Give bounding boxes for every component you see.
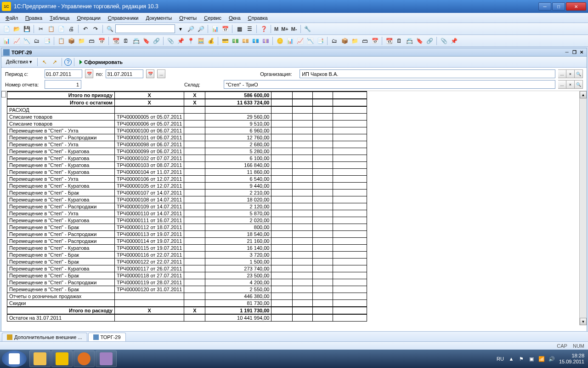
tb2-icon-4[interactable]: 📑 [42, 36, 51, 46]
tb2-icon-6[interactable]: 📦 [67, 36, 76, 46]
close-button[interactable]: ✕ [566, 2, 586, 11]
table-row[interactable]: Списание товаровТРЧ00000005 от 05.07.201… [7, 114, 367, 121]
task-explorer[interactable] [29, 351, 51, 367]
tb2-icon-33[interactable]: 🗃 [360, 36, 369, 46]
tb2-icon-14[interactable]: 🔗 [152, 36, 161, 46]
menu-справка[interactable]: Справка [244, 14, 271, 22]
org-clear-button[interactable]: × [566, 69, 575, 78]
tb2-icon-15[interactable]: 📎 [166, 36, 175, 46]
tb2-icon-23[interactable]: 💶 [251, 36, 260, 46]
table-row[interactable]: Перемещение в "Степ" - БракТРЧ00000116 о… [7, 252, 367, 259]
tb2-icon-17[interactable]: 📍 [186, 36, 195, 46]
tb2-icon-7[interactable]: 📁 [77, 36, 86, 46]
period-more-button[interactable]: ... [157, 69, 165, 78]
tb2-icon-31[interactable]: 📦 [340, 36, 349, 46]
date-from-input[interactable]: 01.07.2011 [45, 69, 82, 78]
menu-правка[interactable]: Правка [22, 14, 46, 22]
find-prev-icon[interactable]: 🔎 [196, 24, 205, 34]
tb2-icon-26[interactable]: 📊 [285, 36, 294, 46]
calendar-icon[interactable]: 📅 [220, 24, 230, 34]
tb2-icon-24[interactable]: 💷 [261, 36, 270, 46]
tools-icon[interactable]: 🔧 [303, 24, 312, 34]
tb2-icon-13[interactable]: 🔖 [141, 36, 151, 46]
start-button[interactable] [2, 351, 27, 367]
tb2-icon-9[interactable]: 📅 [97, 36, 106, 46]
warehouse-field[interactable]: "Степ" - ТриО [224, 80, 555, 89]
tb2-icon-38[interactable]: 🔖 [415, 36, 424, 46]
table-row[interactable]: РАСХОД [7, 106, 367, 114]
scroll-down-icon[interactable]: ▼ [580, 318, 587, 325]
save-icon[interactable]: 💾 [22, 24, 31, 34]
table-row[interactable]: Перемещение в "Степ" - КуратоваТРЧ000001… [7, 162, 367, 169]
tb2-icon-12[interactable]: 📇 [131, 36, 141, 46]
tb2-icon-37[interactable]: 📇 [405, 36, 414, 46]
table-row[interactable]: Списание товаровТРЧ00000006 от 05.07.201… [7, 121, 367, 127]
tray-up-icon[interactable]: ▲ [508, 355, 515, 362]
menu-окна[interactable]: Окна [225, 14, 244, 22]
tb2-icon-11[interactable]: 🗓 [121, 36, 130, 46]
tb2-icon-39[interactable]: 🔗 [425, 36, 434, 46]
tb2-icon-32[interactable]: 📁 [350, 36, 359, 46]
menu-отчеты[interactable]: Отчеты [175, 14, 200, 22]
tb2-icon-41[interactable]: 📌 [449, 36, 458, 46]
tb2-icon-8[interactable]: 🗃 [87, 36, 96, 46]
back-icon[interactable]: ↖ [40, 58, 49, 67]
tb2-icon-19[interactable]: 💰 [206, 36, 215, 46]
actions-dropdown[interactable]: Действия ▾ [3, 58, 35, 66]
tb2-icon-1[interactable]: 📈 [12, 36, 21, 46]
doc-maximize-button[interactable]: ❐ [571, 49, 577, 56]
table-row[interactable]: Перемещение в "Степ" - КуратоваТРЧ000001… [7, 196, 367, 203]
wh-clear-button[interactable]: × [566, 80, 575, 89]
org-select-button[interactable]: ... [558, 69, 566, 78]
table-row[interactable]: Перемещение в "Степ" - БракТРЧ00000118 о… [7, 272, 367, 279]
table-row[interactable]: Перемещение в "Степ" - РаспродажиТРЧ0000… [7, 279, 367, 286]
table-row[interactable]: Перемещение в "Степ" - РаспродажиТРЧ0000… [7, 203, 367, 210]
menu-операции[interactable]: Операции [73, 14, 104, 22]
date-to-input[interactable]: 31.07.2011 [106, 69, 143, 78]
tb2-icon-34[interactable]: 📅 [370, 36, 379, 46]
table-row[interactable]: Перемещение в "Степ" - КуратоваТРЧ000001… [7, 183, 367, 190]
tb2-icon-18[interactable]: 🧮 [196, 36, 205, 46]
help-icon[interactable]: ❓ [259, 24, 268, 34]
tb2-icon-22[interactable]: 💴 [241, 36, 250, 46]
lang-indicator[interactable]: RU [497, 356, 504, 362]
info-icon[interactable]: ? [64, 58, 72, 66]
table-row[interactable]: Перемещение в "Степ" - БракТРЧ00000122 о… [7, 259, 367, 265]
table-row[interactable]: Перемещение в "Степ" - УхтаТРЧ00000100 о… [7, 127, 367, 134]
volume-icon[interactable]: 🔊 [548, 355, 555, 362]
dropdown-icon[interactable]: ▾ [176, 24, 185, 34]
report-num-input[interactable]: 1 [45, 80, 81, 89]
tb2-icon-21[interactable]: 💵 [231, 36, 240, 46]
undo-icon[interactable]: ↶ [81, 24, 90, 34]
table-row[interactable]: Перемещение в "Степ" - БракТРЧ00000107 о… [7, 190, 367, 196]
table-row[interactable]: Перемещение в "Степ" - УхтаТРЧ00000110 о… [7, 210, 367, 217]
minimize-button[interactable]: ─ [538, 2, 551, 11]
print-icon[interactable]: 🖨 [67, 24, 76, 34]
org-lookup-button[interactable]: 🔍 [575, 69, 583, 78]
tb2-icon-40[interactable]: 📎 [439, 36, 448, 46]
table-row[interactable]: Перемещение в "Степ" - БракТРЧ00000112 о… [7, 224, 367, 231]
table-row[interactable]: Перемещение в "Степ" - РаспродажиТРЧ0000… [7, 134, 367, 141]
grid-icon[interactable]: ▦ [235, 24, 244, 34]
open-icon[interactable]: 📂 [12, 24, 21, 34]
wh-lookup-button[interactable]: 🔍 [575, 80, 583, 89]
tb2-icon-28[interactable]: 📉 [305, 36, 315, 46]
table-row[interactable]: Итого по приходуXX586 600,00 [7, 92, 367, 99]
table-row[interactable]: Итого с остаткомXX11 633 724,00 [7, 99, 367, 106]
tb2-icon-36[interactable]: 🗓 [395, 36, 404, 46]
tb2-icon-30[interactable]: 🗂 [330, 36, 339, 46]
scroll-up-icon[interactable]: ▲ [580, 91, 587, 98]
tb2-icon-29[interactable]: 📑 [316, 36, 325, 46]
date-from-picker[interactable]: 📅 [85, 69, 93, 78]
tb2-icon-0[interactable]: 📊 [2, 36, 11, 46]
find-next-icon[interactable]: 🔎 [186, 24, 195, 34]
tb2-icon-2[interactable]: 📉 [22, 36, 31, 46]
table-row[interactable]: Перемещение в "Степ" - КуратоваТРЧ000001… [7, 169, 367, 176]
copy-icon[interactable]: 📋 [46, 24, 56, 34]
redo-icon[interactable]: ↷ [91, 24, 100, 34]
search-input[interactable] [115, 24, 175, 33]
tb2-icon-16[interactable]: 📌 [176, 36, 185, 46]
list-icon[interactable]: ☰ [245, 24, 254, 34]
tb2-icon-10[interactable]: 📆 [111, 36, 120, 46]
table-row[interactable]: Перемещение в "Степ" - КуратоваТРЧ000000… [7, 148, 367, 155]
